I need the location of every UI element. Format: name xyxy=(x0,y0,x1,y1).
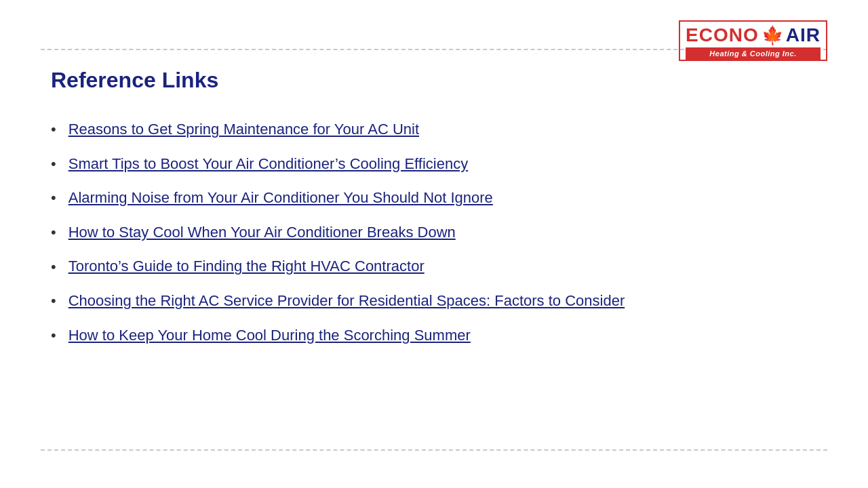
list-item: •How to Keep Your Home Cool During the S… xyxy=(51,326,817,346)
bullet-icon: • xyxy=(51,327,56,344)
bottom-divider xyxy=(41,449,827,451)
list-item: •Toronto’s Guide to Finding the Right HV… xyxy=(51,257,817,277)
bullet-icon: • xyxy=(51,258,56,276)
list-item: •How to Stay Cool When Your Air Conditio… xyxy=(51,223,817,243)
list-item: •Smart Tips to Boost Your Air Conditione… xyxy=(51,155,817,174)
reference-link-3[interactable]: Alarming Noise from Your Air Conditioner… xyxy=(68,188,493,208)
maple-leaf-icon: 🍁 xyxy=(762,25,783,46)
logo: ECONO 🍁 AIR Heating & Cooling Inc. xyxy=(679,20,827,61)
page-title: Reference Links xyxy=(51,68,817,93)
list-item: •Alarming Noise from Your Air Conditione… xyxy=(51,188,817,208)
bullet-icon: • xyxy=(51,155,56,173)
logo-subtitle: Heating & Cooling Inc. xyxy=(686,47,821,60)
main-content: Reference Links •Reasons to Get Spring M… xyxy=(51,68,817,360)
logo-air-text: AIR xyxy=(786,24,821,46)
reference-link-1[interactable]: Reasons to Get Spring Maintenance for Yo… xyxy=(68,120,419,140)
reference-link-4[interactable]: How to Stay Cool When Your Air Condition… xyxy=(68,223,456,243)
reference-links-list: •Reasons to Get Spring Maintenance for Y… xyxy=(51,120,817,345)
bullet-icon: • xyxy=(51,224,56,241)
reference-link-2[interactable]: Smart Tips to Boost Your Air Conditioner… xyxy=(68,155,468,174)
list-item: •Choosing the Right AC Service Provider … xyxy=(51,291,817,311)
reference-link-7[interactable]: How to Keep Your Home Cool During the Sc… xyxy=(68,326,471,346)
bullet-icon: • xyxy=(51,292,56,310)
logo-econo-text: ECONO xyxy=(686,24,759,46)
bullet-icon: • xyxy=(51,189,56,207)
reference-link-6[interactable]: Choosing the Right AC Service Provider f… xyxy=(68,291,625,311)
reference-link-5[interactable]: Toronto’s Guide to Finding the Right HVA… xyxy=(68,257,425,277)
list-item: •Reasons to Get Spring Maintenance for Y… xyxy=(51,120,817,140)
bullet-icon: • xyxy=(51,121,56,138)
